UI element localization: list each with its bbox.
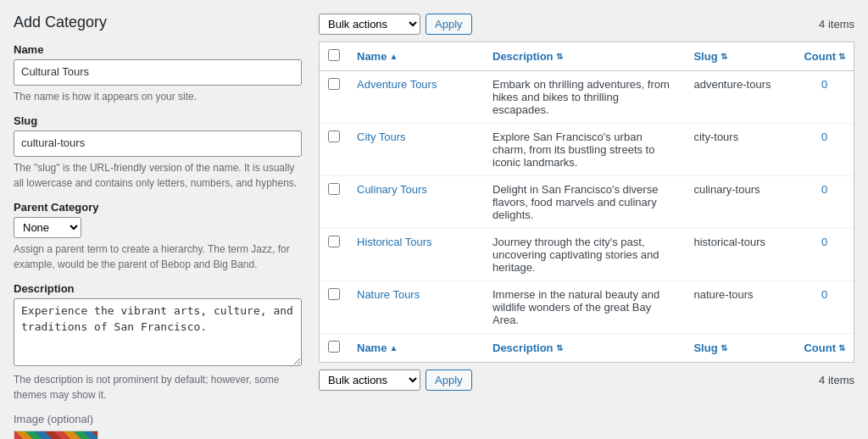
row-slug-text-4: nature-tours [693,288,753,301]
row-checkbox-0[interactable] [328,78,340,90]
footer-header-checkbox-cell [320,334,348,363]
name-group: Name The name is how it appears on your … [14,43,302,104]
category-link-3[interactable]: Historical Tours [357,236,432,248]
category-link-1[interactable]: City Tours [357,131,406,143]
category-link-2[interactable]: Culinary Tours [357,183,427,196]
row-checkbox-cell-4 [320,281,348,334]
table-header-row: Name ▲ Description ⇅ Slu [320,42,854,71]
footer-desc-sort-icon: ⇅ [556,343,563,353]
row-desc-text-3: Journey through the city's past, uncover… [492,236,659,274]
name-sort-link[interactable]: Name ▲ [357,50,398,63]
slug-hint: The "slug" is the URL-friendly version o… [14,160,302,191]
name-sort-icon: ▲ [389,52,398,61]
row-count-cell-4: 0 [795,281,854,334]
count-link-3[interactable]: 0 [821,236,827,248]
count-sort-icon: ⇅ [838,52,845,61]
row-slug-text-1: city-tours [693,131,738,143]
row-checkbox-cell-2 [320,176,348,229]
footer-name-sort-link[interactable]: Name ▲ [357,342,398,354]
categories-table: Name ▲ Description ⇅ Slu [320,42,854,362]
description-group: Description Experience the vibrant arts,… [14,282,302,403]
header-count: Count ⇅ [795,42,854,71]
row-slug-text-3: historical-tours [693,236,765,248]
header-checkbox-cell [320,42,348,71]
footer-name-sort-icon: ▲ [389,343,398,353]
apply-button-top[interactable]: Apply [426,14,472,35]
table-footer-header-row: Name ▲ Description ⇅ Slug ⇅ Count ⇅ [320,334,854,363]
row-checkbox-cell-1 [320,124,348,176]
table-row: Adventure Tours Embark on thrilling adve… [320,71,854,124]
row-count-cell-3: 0 [795,229,854,281]
header-name: Name ▲ [348,42,484,71]
footer-count-sort-link[interactable]: Count ⇅ [804,342,845,354]
row-count-cell-2: 0 [795,176,854,229]
desc-sort-link[interactable]: Description ⇅ [492,50,563,63]
parent-select[interactable]: None [14,217,81,238]
desc-hint: The description is not prominent by defa… [14,372,302,403]
row-checkbox-2[interactable] [328,183,340,195]
row-desc-text-4: Immerse in the natural beauty and wildli… [492,288,659,326]
row-slug-text-2: culinary-tours [693,183,760,196]
bulk-actions-select-bottom[interactable]: Bulk actions Delete [319,370,420,391]
top-toolbar: Bulk actions Delete Apply 4 items [319,14,854,35]
footer-count-sort-icon: ⇅ [838,343,845,353]
row-desc-text-1: Explore San Francisco's urban charm, fro… [492,131,654,169]
row-desc-text-2: Delight in San Francisco's diverse flavo… [492,183,658,221]
toolbar-left: Bulk actions Delete Apply [319,14,472,35]
items-count-bottom: 4 items [819,374,854,386]
categories-tbody: Adventure Tours Embark on thrilling adve… [320,71,854,363]
count-link-4[interactable]: 0 [821,288,827,301]
row-slug-cell-0: adventure-tours [685,71,795,124]
row-checkbox-3[interactable] [328,236,340,247]
table-row: Nature Tours Immerse in the natural beau… [320,281,854,334]
row-name-cell-2: Culinary Tours [348,176,484,229]
row-desc-cell-1: Explore San Francisco's urban charm, fro… [484,124,685,176]
slug-sort-link[interactable]: Slug ⇅ [693,50,726,63]
desc-label: Description [14,282,302,295]
category-link-4[interactable]: Nature Tours [357,288,420,301]
slug-input[interactable] [14,131,302,157]
name-label: Name [14,43,302,56]
name-input[interactable] [14,59,302,86]
row-desc-cell-0: Embark on thrilling adventures, from hik… [484,71,685,124]
bulk-actions-select[interactable]: Bulk actions Delete [319,14,420,35]
footer-desc-sort-link[interactable]: Description ⇅ [492,342,563,354]
items-count-top: 4 items [819,18,854,31]
count-sort-link[interactable]: Count ⇅ [804,50,845,63]
slug-group: Slug The "slug" is the URL-friendly vers… [14,114,302,191]
footer-header-name: Name ▲ [348,334,484,363]
count-link-0[interactable]: 0 [821,78,827,91]
parent-hint: Assign a parent term to create a hierarc… [14,242,302,272]
name-hint: The name is how it appears on your site. [14,89,302,104]
footer-header-count: Count ⇅ [795,334,854,363]
count-link-1[interactable]: 0 [821,131,827,143]
row-desc-text-0: Embark on thrilling adventures, from hik… [492,78,670,116]
row-checkbox-1[interactable] [328,131,340,142]
slug-sort-icon: ⇅ [721,52,727,61]
row-checkbox-cell-0 [320,71,348,124]
apply-button-bottom[interactable]: Apply [426,370,472,391]
desc-textarea[interactable]: Experience the vibrant arts, culture, an… [14,298,302,366]
row-checkbox-4[interactable] [328,288,340,300]
row-name-cell-1: City Tours [348,124,484,176]
add-category-panel: Add Category Name The name is how it app… [14,14,302,439]
header-description: Description ⇅ [484,42,685,71]
panel-title: Add Category [14,14,302,31]
category-link-0[interactable]: Adventure Tours [357,78,437,91]
select-all-footer-checkbox[interactable] [328,341,340,353]
bottom-toolbar-left: Bulk actions Delete Apply [319,370,472,391]
footer-header-slug: Slug ⇅ [685,334,795,363]
image-preview [14,431,98,439]
select-all-checkbox[interactable] [328,49,340,61]
footer-header-description: Description ⇅ [484,334,685,363]
image-group: Image (optional) Select Image [14,413,302,439]
row-count-cell-1: 0 [795,124,854,176]
categories-list-panel: Bulk actions Delete Apply 4 items [319,14,854,439]
footer-slug-sort-link[interactable]: Slug ⇅ [693,342,726,354]
parent-label: Parent Category [14,201,302,214]
count-link-2[interactable]: 0 [821,183,827,196]
row-desc-cell-4: Immerse in the natural beauty and wildli… [484,281,685,334]
categories-table-wrap: Name ▲ Description ⇅ Slu [319,42,854,363]
image-preview-inner [14,431,97,439]
row-name-cell-4: Nature Tours [348,281,484,334]
